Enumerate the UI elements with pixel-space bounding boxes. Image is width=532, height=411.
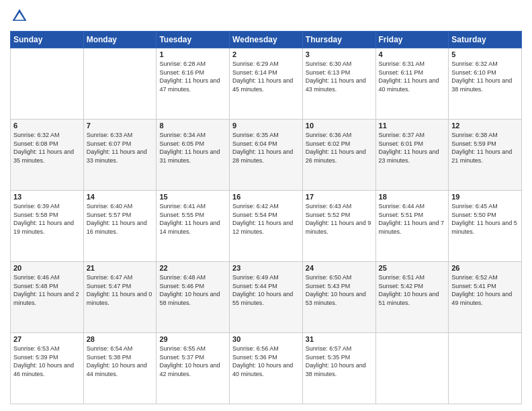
day-info: Sunrise: 6:31 AM Sunset: 6:11 PM Dayligh… <box>379 60 446 93</box>
day-number: 27 <box>13 335 81 343</box>
day-number: 31 <box>306 335 373 343</box>
calendar-cell: 24Sunrise: 6:50 AM Sunset: 5:43 PM Dayli… <box>302 262 375 333</box>
calendar-cell: 9Sunrise: 6:35 AM Sunset: 6:04 PM Daylig… <box>230 120 303 191</box>
day-info: Sunrise: 6:47 AM Sunset: 5:47 PM Dayligh… <box>87 273 154 307</box>
day-number: 21 <box>87 264 154 272</box>
calendar-cell: 4Sunrise: 6:31 AM Sunset: 6:11 PM Daylig… <box>375 48 449 120</box>
calendar-cell: 3Sunrise: 6:30 AM Sunset: 6:13 PM Daylig… <box>302 48 375 120</box>
day-info: Sunrise: 6:43 AM Sunset: 5:52 PM Dayligh… <box>306 202 373 236</box>
day-info: Sunrise: 6:32 AM Sunset: 6:10 PM Dayligh… <box>451 60 519 93</box>
day-info: Sunrise: 6:35 AM Sunset: 6:04 PM Dayligh… <box>232 131 300 165</box>
day-number: 26 <box>451 264 519 272</box>
day-number: 17 <box>306 193 373 201</box>
calendar-cell: 10Sunrise: 6:36 AM Sunset: 6:02 PM Dayli… <box>302 120 375 191</box>
calendar-cell: 7Sunrise: 6:33 AM Sunset: 6:07 PM Daylig… <box>83 120 157 191</box>
calendar-cell: 6Sunrise: 6:32 AM Sunset: 6:08 PM Daylig… <box>11 120 84 191</box>
weekday-header: Monday <box>83 32 157 48</box>
calendar-cell: 13Sunrise: 6:39 AM Sunset: 5:58 PM Dayli… <box>11 191 84 262</box>
day-number: 23 <box>232 264 300 272</box>
day-info: Sunrise: 6:46 AM Sunset: 5:48 PM Dayligh… <box>13 273 81 307</box>
day-info: Sunrise: 6:50 AM Sunset: 5:43 PM Dayligh… <box>306 273 373 307</box>
day-info: Sunrise: 6:48 AM Sunset: 5:46 PM Dayligh… <box>159 273 226 307</box>
day-number: 3 <box>306 50 373 58</box>
calendar-week-row: 6Sunrise: 6:32 AM Sunset: 6:08 PM Daylig… <box>11 120 522 191</box>
calendar-cell: 8Sunrise: 6:34 AM Sunset: 6:05 PM Daylig… <box>157 120 230 191</box>
day-info: Sunrise: 6:32 AM Sunset: 6:08 PM Dayligh… <box>13 131 81 165</box>
day-number: 11 <box>379 122 446 130</box>
day-number: 20 <box>13 264 81 272</box>
calendar-week-row: 1Sunrise: 6:28 AM Sunset: 6:16 PM Daylig… <box>11 48 522 120</box>
calendar-cell: 1Sunrise: 6:28 AM Sunset: 6:16 PM Daylig… <box>157 48 230 120</box>
day-number: 15 <box>159 193 226 201</box>
day-number: 1 <box>159 50 226 58</box>
day-info: Sunrise: 6:34 AM Sunset: 6:05 PM Dayligh… <box>159 131 226 165</box>
calendar-cell: 18Sunrise: 6:44 AM Sunset: 5:51 PM Dayli… <box>375 191 449 262</box>
calendar-cell: 15Sunrise: 6:41 AM Sunset: 5:55 PM Dayli… <box>157 191 230 262</box>
day-number: 18 <box>379 193 446 201</box>
day-info: Sunrise: 6:28 AM Sunset: 6:16 PM Dayligh… <box>159 60 226 93</box>
day-number: 2 <box>232 50 300 58</box>
calendar-cell: 17Sunrise: 6:43 AM Sunset: 5:52 PM Dayli… <box>302 191 375 262</box>
weekday-header: Wednesday <box>230 32 303 48</box>
calendar-cell: 26Sunrise: 6:52 AM Sunset: 5:41 PM Dayli… <box>449 262 522 333</box>
calendar-cell: 29Sunrise: 6:55 AM Sunset: 5:37 PM Dayli… <box>157 333 230 404</box>
day-info: Sunrise: 6:41 AM Sunset: 5:55 PM Dayligh… <box>159 202 226 236</box>
day-info: Sunrise: 6:53 AM Sunset: 5:39 PM Dayligh… <box>13 345 81 378</box>
calendar-week-row: 27Sunrise: 6:53 AM Sunset: 5:39 PM Dayli… <box>11 333 522 404</box>
calendar-cell: 19Sunrise: 6:45 AM Sunset: 5:50 PM Dayli… <box>449 191 522 262</box>
day-number: 4 <box>379 50 446 58</box>
day-info: Sunrise: 6:52 AM Sunset: 5:41 PM Dayligh… <box>451 273 519 307</box>
calendar-cell: 12Sunrise: 6:38 AM Sunset: 5:59 PM Dayli… <box>449 120 522 191</box>
day-number: 6 <box>13 122 81 130</box>
day-number: 12 <box>451 122 519 130</box>
calendar-table: SundayMondayTuesdayWednesdayThursdayFrid… <box>10 31 522 404</box>
day-number: 10 <box>306 122 373 130</box>
calendar-cell <box>83 48 157 120</box>
day-number: 7 <box>87 122 154 130</box>
calendar-cell <box>375 333 449 404</box>
calendar-week-row: 20Sunrise: 6:46 AM Sunset: 5:48 PM Dayli… <box>11 262 522 333</box>
day-number: 5 <box>451 50 519 58</box>
calendar-cell: 30Sunrise: 6:56 AM Sunset: 5:36 PM Dayli… <box>230 333 303 404</box>
day-info: Sunrise: 6:57 AM Sunset: 5:35 PM Dayligh… <box>306 345 373 378</box>
calendar-cell: 20Sunrise: 6:46 AM Sunset: 5:48 PM Dayli… <box>11 262 84 333</box>
calendar-cell <box>11 48 84 120</box>
weekday-header: Sunday <box>11 32 84 48</box>
calendar-cell: 28Sunrise: 6:54 AM Sunset: 5:38 PM Dayli… <box>83 333 157 404</box>
weekday-header: Tuesday <box>157 32 230 48</box>
day-number: 29 <box>159 335 226 343</box>
calendar-week-row: 13Sunrise: 6:39 AM Sunset: 5:58 PM Dayli… <box>11 191 522 262</box>
calendar-cell: 21Sunrise: 6:47 AM Sunset: 5:47 PM Dayli… <box>83 262 157 333</box>
header <box>10 7 522 26</box>
calendar-cell: 22Sunrise: 6:48 AM Sunset: 5:46 PM Dayli… <box>157 262 230 333</box>
calendar-cell <box>449 333 522 404</box>
day-number: 28 <box>87 335 154 343</box>
calendar-cell: 16Sunrise: 6:42 AM Sunset: 5:54 PM Dayli… <box>230 191 303 262</box>
day-number: 13 <box>13 193 81 201</box>
calendar-cell: 5Sunrise: 6:32 AM Sunset: 6:10 PM Daylig… <box>449 48 522 120</box>
day-number: 8 <box>159 122 226 130</box>
generalblue-logo-icon <box>10 7 29 26</box>
day-info: Sunrise: 6:56 AM Sunset: 5:36 PM Dayligh… <box>232 345 300 378</box>
calendar-cell: 25Sunrise: 6:51 AM Sunset: 5:42 PM Dayli… <box>375 262 449 333</box>
calendar-header-row: SundayMondayTuesdayWednesdayThursdayFrid… <box>11 32 522 48</box>
day-info: Sunrise: 6:39 AM Sunset: 5:58 PM Dayligh… <box>13 202 81 236</box>
day-info: Sunrise: 6:44 AM Sunset: 5:51 PM Dayligh… <box>379 202 446 236</box>
calendar-cell: 2Sunrise: 6:29 AM Sunset: 6:14 PM Daylig… <box>230 48 303 120</box>
page: SundayMondayTuesdayWednesdayThursdayFrid… <box>0 0 532 411</box>
day-info: Sunrise: 6:29 AM Sunset: 6:14 PM Dayligh… <box>232 60 300 93</box>
day-info: Sunrise: 6:40 AM Sunset: 5:57 PM Dayligh… <box>87 202 154 236</box>
day-info: Sunrise: 6:37 AM Sunset: 6:01 PM Dayligh… <box>379 131 446 165</box>
calendar-cell: 31Sunrise: 6:57 AM Sunset: 5:35 PM Dayli… <box>302 333 375 404</box>
day-number: 30 <box>232 335 300 343</box>
day-info: Sunrise: 6:55 AM Sunset: 5:37 PM Dayligh… <box>159 345 226 378</box>
weekday-header: Friday <box>375 32 449 48</box>
calendar-cell: 23Sunrise: 6:49 AM Sunset: 5:44 PM Dayli… <box>230 262 303 333</box>
day-number: 9 <box>232 122 300 130</box>
day-info: Sunrise: 6:36 AM Sunset: 6:02 PM Dayligh… <box>306 131 373 165</box>
day-number: 24 <box>306 264 373 272</box>
day-info: Sunrise: 6:42 AM Sunset: 5:54 PM Dayligh… <box>232 202 300 236</box>
day-number: 16 <box>232 193 300 201</box>
day-info: Sunrise: 6:30 AM Sunset: 6:13 PM Dayligh… <box>306 60 373 93</box>
day-info: Sunrise: 6:33 AM Sunset: 6:07 PM Dayligh… <box>87 131 154 165</box>
